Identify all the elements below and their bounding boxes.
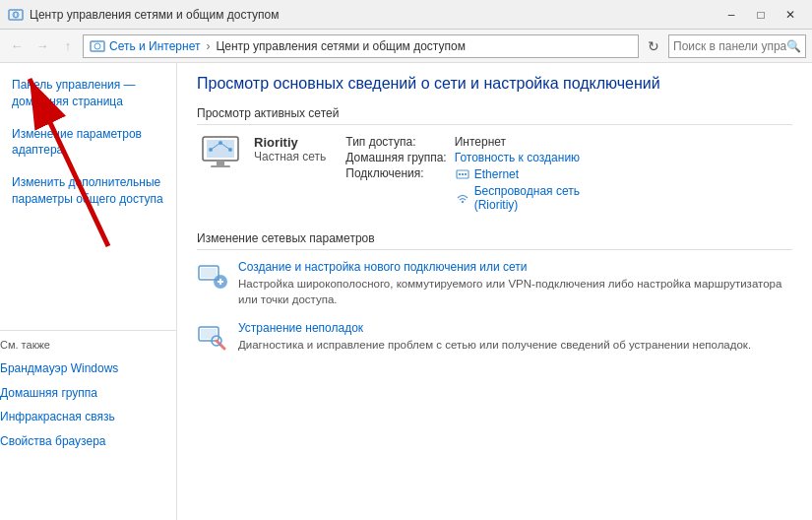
- svg-point-1: [13, 12, 19, 18]
- title-bar-controls: – □ ✕: [718, 5, 804, 25]
- see-also-browser[interactable]: Свойства браузера: [0, 429, 176, 454]
- sidebar-home-link[interactable]: Панель управления — домашняя страница: [0, 73, 176, 114]
- address-path: Сеть и Интернет › Центр управления сетям…: [83, 34, 639, 58]
- svg-rect-18: [462, 173, 464, 175]
- svg-rect-22: [201, 268, 217, 278]
- connections-label: Подключения:: [345, 166, 446, 180]
- path-icon: [90, 38, 105, 54]
- up-button[interactable]: ↑: [57, 35, 79, 57]
- access-type-value: Интернет: [455, 135, 792, 149]
- setting-new-connection: Создание и настройка нового подключения …: [197, 260, 792, 307]
- change-settings-section: Изменение сетевых параметров Создание и …: [197, 231, 792, 353]
- see-also-title: См. также: [0, 339, 176, 351]
- connection-wifi: Беспроводная сеть (Rioritiy): [455, 184, 792, 212]
- svg-point-4: [94, 43, 100, 49]
- network-info: Rioritiy Частная сеть Тип доступа: Интер…: [197, 135, 792, 212]
- home-group-label: Домашняя группа:: [345, 151, 446, 164]
- sidebar: Панель управления — домашняя страница Из…: [0, 63, 177, 520]
- sidebar-home-line1: Панель управления —: [12, 78, 136, 92]
- wifi-link-col: Беспроводная сеть (Rioritiy): [474, 184, 580, 212]
- search-input[interactable]: [673, 39, 786, 53]
- see-also-section: См. также Брандмауэр Windows Домашняя гр…: [0, 330, 176, 454]
- see-also-homegroup[interactable]: Домашняя группа: [0, 381, 176, 406]
- network-icon: [197, 135, 244, 177]
- maximize-button[interactable]: □: [747, 5, 775, 25]
- change-settings-header: Изменение сетевых параметров: [197, 231, 792, 250]
- svg-rect-10: [211, 165, 230, 167]
- search-box: 🔍: [668, 34, 806, 58]
- network-name-col: Rioritiy Частная сеть: [254, 135, 326, 163]
- setting2-text: Устранение неполадок Диагностика и испра…: [238, 321, 792, 353]
- wifi-icon: [455, 190, 470, 206]
- network-details: Тип доступа: Интернет Домашняя группа: Г…: [345, 135, 792, 212]
- setting2-desc: Диагностика и исправление проблем с сеть…: [238, 339, 751, 351]
- ethernet-icon: [455, 166, 470, 182]
- see-also-firewall[interactable]: Брандмауэр Windows: [0, 357, 176, 381]
- title-bar-text: Центр управления сетями и общим доступом: [30, 8, 280, 22]
- home-group-value: Готовность к созданию: [455, 151, 792, 164]
- close-button[interactable]: ✕: [777, 5, 804, 25]
- connection-ethernet: Ethernet: [455, 166, 792, 182]
- search-icon: 🔍: [786, 39, 801, 53]
- back-button[interactable]: ←: [6, 35, 28, 57]
- content-area: Просмотр основных сведений о сети и наст…: [177, 63, 812, 520]
- sidebar-sharing-text: Изменить дополнительные параметры общего…: [12, 175, 163, 206]
- svg-point-2: [15, 12, 18, 18]
- address-bar: ← → ↑ Сеть и Интернет › Центр управления…: [0, 30, 812, 63]
- connections-col: Ethernet Б: [455, 166, 792, 212]
- sidebar-home-line2: домашняя страница: [12, 95, 123, 108]
- path-separator-1: ›: [206, 39, 210, 53]
- path-current: Центр управления сетями и общим доступом: [216, 39, 466, 53]
- setting1-desc: Настройка широкополосного, коммутируемог…: [238, 278, 781, 305]
- svg-rect-19: [465, 173, 467, 175]
- path-part-1[interactable]: Сеть и Интернет: [109, 39, 200, 53]
- svg-point-20: [462, 201, 464, 203]
- svg-rect-27: [201, 329, 217, 339]
- see-also-infrared[interactable]: Инфракрасная связь: [0, 405, 176, 429]
- network-name: Rioritiy: [254, 135, 326, 150]
- new-connection-icon: [197, 260, 228, 292]
- wifi-link-line1: Беспроводная сеть: [474, 184, 580, 198]
- svg-rect-17: [459, 173, 461, 175]
- ethernet-link[interactable]: Ethernet: [474, 167, 519, 181]
- forward-button[interactable]: →: [31, 35, 53, 57]
- home-group-link[interactable]: Готовность к созданию: [455, 151, 580, 164]
- wifi-link[interactable]: Беспроводная сеть (Rioritiy): [474, 184, 580, 212]
- wifi-link-line2: (Rioritiy): [474, 198, 519, 212]
- access-type-label: Тип доступа:: [345, 135, 446, 149]
- setting-troubleshoot: Устранение неполадок Диагностика и испра…: [197, 321, 792, 353]
- app-icon: [8, 7, 24, 23]
- title-bar: Центр управления сетями и общим доступом…: [0, 0, 812, 30]
- setting1-link[interactable]: Создание и настройка нового подключения …: [238, 260, 792, 274]
- troubleshoot-icon: [197, 321, 228, 353]
- svg-rect-9: [217, 161, 224, 165]
- setting1-text: Создание и настройка нового подключения …: [238, 260, 792, 307]
- network-type: Частная сеть: [254, 150, 326, 163]
- sidebar-adapter-link[interactable]: Изменение параметров адаптера: [0, 122, 176, 163]
- refresh-button[interactable]: ↻: [643, 35, 664, 57]
- setting2-link[interactable]: Устранение неполадок: [238, 321, 792, 335]
- active-networks-header: Просмотр активных сетей: [197, 106, 792, 125]
- title-bar-left: Центр управления сетями и общим доступом: [8, 7, 280, 23]
- minimize-button[interactable]: –: [718, 5, 745, 25]
- page-title: Просмотр основных сведений о сети и наст…: [197, 75, 792, 93]
- main-layout: Панель управления — домашняя страница Из…: [0, 63, 812, 520]
- sidebar-sharing-link[interactable]: Изменить дополнительные параметры общего…: [0, 170, 176, 212]
